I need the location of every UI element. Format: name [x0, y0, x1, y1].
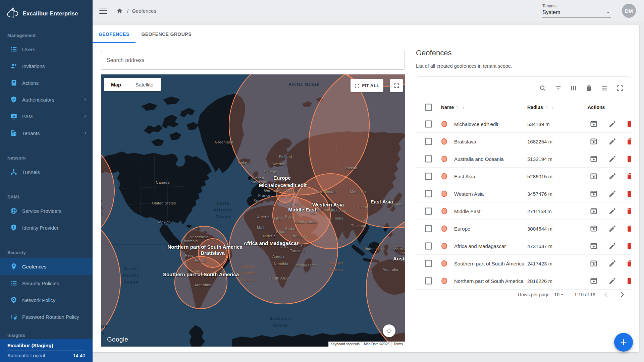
search-address-input[interactable]: [101, 51, 405, 70]
sidebar-item-password-rotation-policy[interactable]: Password Rotation Policy: [0, 308, 93, 325]
column-menu-icon[interactable]: [550, 105, 555, 110]
sidebar-item-identity-provider[interactable]: Identity Provider: [0, 219, 93, 236]
app-window: Excalibur Enterprise ManagementUsersInvi…: [0, 0, 644, 362]
preview-button[interactable]: [590, 120, 598, 128]
sidebar-item-users[interactable]: Users: [0, 41, 93, 58]
geofence-circle-africa-and-madagascar[interactable]: [229, 195, 338, 304]
preview-button[interactable]: [590, 225, 598, 233]
sidebar-item-actions[interactable]: Actions: [0, 74, 93, 91]
row-checkbox[interactable]: [425, 277, 432, 284]
row-checkbox[interactable]: [425, 242, 432, 249]
sidebar-item-tunnels[interactable]: Tunnels: [0, 164, 93, 180]
sort-icon[interactable]: [455, 105, 460, 110]
geofence-circle-north-pacific[interactable]: [101, 135, 114, 247]
row-checkbox[interactable]: [425, 155, 432, 162]
menu-toggle-icon[interactable]: [99, 8, 107, 14]
avatar[interactable]: DM: [622, 4, 636, 18]
brand-name: Excalibur Enterprise: [23, 10, 78, 17]
delete-button[interactable]: [626, 172, 631, 180]
column-menu-icon[interactable]: [461, 105, 466, 110]
sidebar-item-invitations[interactable]: Invitations: [0, 58, 93, 74]
table-row: Europe3004544 m: [416, 220, 631, 237]
sidebar-item-tenants[interactable]: Tenants: [0, 125, 93, 141]
add-geofence-button[interactable]: [614, 333, 633, 352]
row-checkbox[interactable]: [425, 173, 432, 180]
tab-geofences[interactable]: GEOFENCES: [93, 25, 136, 43]
row-checkbox[interactable]: [425, 260, 432, 267]
preview-button[interactable]: [590, 277, 598, 285]
geofence-color-dot: [441, 173, 447, 179]
delete-button[interactable]: [626, 225, 631, 233]
preview-button[interactable]: [590, 190, 598, 198]
map-canvas[interactable]: Arctic OceanNorthAtlanticOceanNorthPacif…: [101, 74, 405, 347]
map-button[interactable]: Map: [104, 78, 128, 91]
geofence-circle-south-pacific[interactable]: [101, 204, 120, 347]
tab-geofence-groups[interactable]: GEOFENCE GROUPS: [136, 25, 198, 43]
table-pagination: Rows per page 10 1-10 of 19: [416, 285, 631, 304]
edit-button[interactable]: [608, 259, 616, 267]
edit-button[interactable]: [608, 155, 616, 163]
edit-button[interactable]: [608, 207, 616, 215]
row-checkbox[interactable]: [425, 138, 432, 145]
row-checkbox[interactable]: [425, 225, 432, 232]
map-attribution: Keyboard shortcuts Map Data ©2025 Terms: [328, 342, 405, 347]
section-label-management: Management: [0, 30, 93, 41]
edit-button[interactable]: [608, 225, 616, 233]
preview-button[interactable]: [590, 207, 598, 215]
delete-button[interactable]: [626, 190, 631, 198]
table-row: Michalovce edit edit534139 m: [416, 115, 631, 133]
column-header-name[interactable]: Name: [441, 105, 466, 110]
sidebar-item-security-policies[interactable]: Security Policies: [0, 275, 93, 292]
row-checkbox[interactable]: [425, 190, 432, 197]
select-all-checkbox[interactable]: [425, 104, 432, 111]
delete-button[interactable]: [626, 259, 631, 267]
preview-button[interactable]: [590, 155, 598, 163]
sidebar-item-network-policy[interactable]: Network Policy: [0, 292, 93, 308]
delete-button[interactable]: [626, 120, 631, 128]
density-icon[interactable]: [601, 84, 608, 92]
sort-icon[interactable]: [544, 105, 549, 110]
edit-button[interactable]: [608, 172, 616, 180]
delete-icon[interactable]: [585, 84, 593, 92]
tenant-select[interactable]: Tenants System: [542, 4, 611, 18]
sidebar-item-pam[interactable]: PAM: [0, 108, 93, 125]
edit-button[interactable]: [608, 242, 616, 250]
delete-button[interactable]: [626, 207, 631, 215]
edit-button[interactable]: [608, 190, 616, 198]
sidebar-item-service-providers[interactable]: Service Providers: [0, 202, 93, 219]
edit-button[interactable]: [608, 137, 616, 145]
geofence-circle-southern-part-of-south-america[interactable]: [175, 256, 227, 309]
column-header-radius[interactable]: Radius: [527, 105, 555, 110]
satellite-button[interactable]: Satellite: [128, 78, 161, 91]
keyboard-shortcuts-link[interactable]: Keyboard shortcuts: [328, 342, 362, 347]
columns-icon[interactable]: [570, 84, 577, 92]
next-page-button[interactable]: [618, 290, 626, 299]
preview-button[interactable]: [590, 259, 598, 267]
edit-button[interactable]: [608, 277, 616, 285]
edit-button[interactable]: [608, 120, 616, 128]
map-fullscreen-button[interactable]: [390, 79, 403, 92]
delete-button[interactable]: [626, 242, 631, 250]
fullscreen-icon[interactable]: [616, 84, 624, 92]
row-checkbox[interactable]: [425, 207, 432, 215]
pan-arrows-icon: [385, 327, 393, 335]
preview-button[interactable]: [590, 137, 598, 145]
map-pan-button[interactable]: [383, 324, 395, 337]
delete-button[interactable]: [626, 277, 631, 285]
previous-page-button[interactable]: [602, 290, 611, 299]
world-map: [101, 74, 405, 347]
preview-button[interactable]: [590, 242, 598, 250]
filter-icon[interactable]: [554, 84, 562, 92]
home-icon[interactable]: [116, 7, 123, 14]
search-icon[interactable]: [539, 84, 546, 92]
sidebar-item-authenticators[interactable]: Authenticators: [0, 91, 93, 108]
terms-link[interactable]: Terms: [391, 342, 405, 347]
fit-all-button[interactable]: FIT ALL: [351, 79, 383, 92]
delete-button[interactable]: [626, 137, 631, 145]
preview-button[interactable]: [590, 172, 598, 180]
topbar: / Geofences Tenants System DM: [93, 0, 644, 21]
rows-per-page-select[interactable]: 10: [554, 292, 565, 297]
sidebar-item-geofences[interactable]: Geofences: [0, 258, 93, 275]
delete-button[interactable]: [626, 155, 631, 163]
row-checkbox[interactable]: [425, 120, 432, 127]
